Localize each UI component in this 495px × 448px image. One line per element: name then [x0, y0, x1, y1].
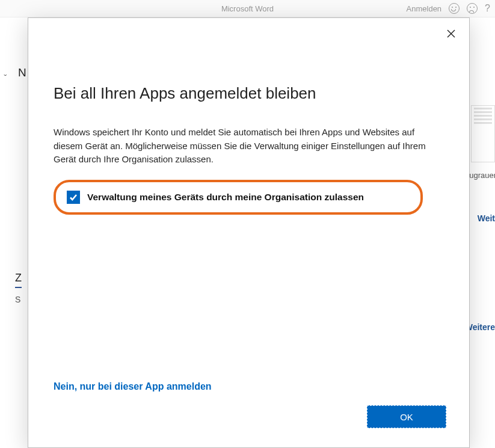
- chevron-down-icon[interactable]: ⌄: [2, 71, 8, 77]
- feedback-frown-icon[interactable]: [467, 3, 478, 14]
- checkmark-icon: [69, 193, 78, 201]
- allow-org-management-label: Verwaltung meines Geräts durch meine Org…: [87, 192, 364, 203]
- app-title: Microsoft Word: [221, 4, 274, 13]
- template-thumbnail[interactable]: [471, 105, 495, 162]
- sign-in-link[interactable]: Anmelden: [407, 4, 442, 13]
- allow-org-management-row[interactable]: Verwaltung meines Geräts durch meine Org…: [54, 180, 423, 215]
- allow-org-management-checkbox[interactable]: [67, 191, 80, 204]
- close-button[interactable]: [444, 26, 458, 41]
- dialog-title: Bei all Ihren Apps angemeldet bleiben: [54, 84, 444, 103]
- bg-letter-n: N: [18, 66, 26, 79]
- dialog-description: Windows speichert Ihr Konto und meldet S…: [54, 126, 426, 167]
- template-thumbnail-label: ugrauer: [469, 171, 495, 180]
- close-icon: [447, 29, 455, 38]
- only-this-app-link[interactable]: Nein, nur bei dieser App anmelden: [54, 381, 212, 392]
- more-templates-link[interactable]: Weit: [478, 213, 495, 223]
- ok-button[interactable]: OK: [367, 405, 446, 428]
- feedback-smile-icon[interactable]: [449, 3, 460, 14]
- stay-signed-in-dialog: Bei all Ihren Apps angemeldet bleiben Wi…: [28, 17, 470, 448]
- help-icon[interactable]: ?: [485, 3, 490, 14]
- bg-letter-z: Z: [15, 272, 22, 288]
- bg-letter-s: S: [15, 295, 20, 304]
